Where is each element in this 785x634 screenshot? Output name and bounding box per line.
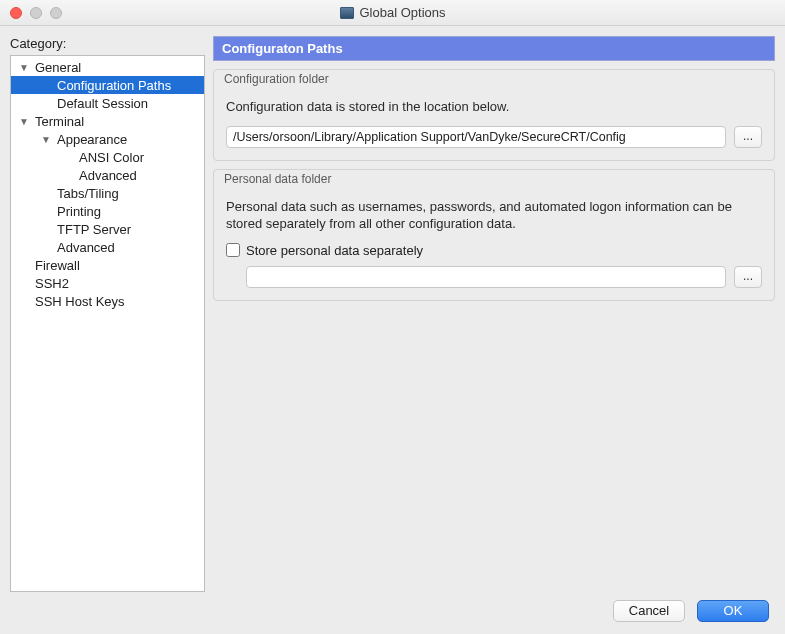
tree-item-label: Terminal	[35, 114, 84, 129]
title-center: Global Options	[0, 5, 785, 20]
tree-item-appearance-advanced[interactable]: Advanced	[11, 166, 204, 184]
personal-folder-title: Personal data folder	[214, 168, 774, 186]
category-tree[interactable]: ▼GeneralConfiguration PathsDefault Sessi…	[10, 55, 205, 592]
cancel-button[interactable]: Cancel	[613, 600, 685, 622]
traffic-lights	[0, 7, 62, 19]
tree-item-label: Default Session	[57, 96, 148, 111]
tree-item-label: Appearance	[57, 132, 127, 147]
disclosure-triangle-icon[interactable]: ▼	[19, 62, 29, 73]
tree-item-ssh2[interactable]: SSH2	[11, 274, 204, 292]
config-folder-desc: Configuration data is stored in the loca…	[226, 98, 762, 116]
close-window-button[interactable]	[10, 7, 22, 19]
tree-item-label: Printing	[57, 204, 101, 219]
category-label: Category:	[10, 36, 205, 55]
tree-item-ansi-color[interactable]: ANSI Color	[11, 148, 204, 166]
tree-item-label: Tabs/Tiling	[57, 186, 119, 201]
tree-item-printing[interactable]: Printing	[11, 202, 204, 220]
tree-item-label: Firewall	[35, 258, 80, 273]
store-personal-data-checkbox[interactable]	[226, 243, 240, 257]
store-personal-data-label: Store personal data separately	[246, 243, 423, 258]
ok-button[interactable]: OK	[697, 600, 769, 622]
config-folder-group: Configuration folder Configuration data …	[213, 69, 775, 161]
tree-item-label: ANSI Color	[79, 150, 144, 165]
tree-item-label: Configuration Paths	[57, 78, 171, 93]
tree-item-label: TFTP Server	[57, 222, 131, 237]
config-folder-title: Configuration folder	[214, 68, 774, 86]
personal-folder-group: Personal data folder Personal data such …	[213, 169, 775, 301]
tree-item-terminal-advanced[interactable]: Advanced	[11, 238, 204, 256]
config-folder-path-input[interactable]	[226, 126, 726, 148]
app-icon	[340, 7, 354, 19]
dialog-buttons: Cancel OK	[0, 592, 785, 632]
window-title: Global Options	[360, 5, 446, 20]
tree-item-tftp-server[interactable]: TFTP Server	[11, 220, 204, 238]
tree-item-label: General	[35, 60, 81, 75]
tree-item-label: Advanced	[57, 240, 115, 255]
personal-folder-path-input[interactable]	[246, 266, 726, 288]
personal-folder-browse-button[interactable]: ...	[734, 266, 762, 288]
tree-item-label: SSH Host Keys	[35, 294, 125, 309]
tree-item-general[interactable]: ▼General	[11, 58, 204, 76]
minimize-window-button[interactable]	[30, 7, 42, 19]
personal-folder-desc: Personal data such as usernames, passwor…	[226, 198, 762, 233]
disclosure-triangle-icon[interactable]: ▼	[41, 134, 51, 145]
tree-item-tabs-tiling[interactable]: Tabs/Tiling	[11, 184, 204, 202]
tree-item-terminal[interactable]: ▼Terminal	[11, 112, 204, 130]
titlebar: Global Options	[0, 0, 785, 26]
tree-item-configuration-paths[interactable]: Configuration Paths	[11, 76, 204, 94]
config-folder-browse-button[interactable]: ...	[734, 126, 762, 148]
tree-item-firewall[interactable]: Firewall	[11, 256, 204, 274]
tree-item-ssh-host-keys[interactable]: SSH Host Keys	[11, 292, 204, 310]
disclosure-triangle-icon[interactable]: ▼	[19, 116, 29, 127]
zoom-window-button[interactable]	[50, 7, 62, 19]
panel-header: Configuraton Paths	[213, 36, 775, 61]
tree-item-label: Advanced	[79, 168, 137, 183]
tree-item-label: SSH2	[35, 276, 69, 291]
tree-item-default-session[interactable]: Default Session	[11, 94, 204, 112]
tree-item-appearance[interactable]: ▼Appearance	[11, 130, 204, 148]
